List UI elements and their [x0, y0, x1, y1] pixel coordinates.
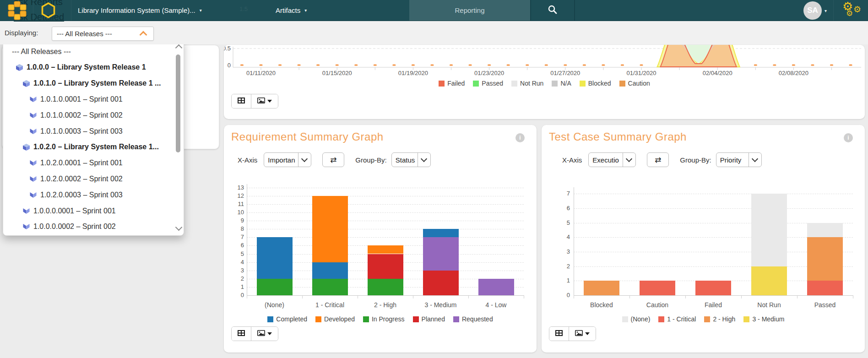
y-axis-line — [247, 184, 247, 295]
release-tree-item[interactable]: 1.0.0.0 – Library System Release 1 — [3, 60, 184, 76]
gridline — [247, 196, 524, 196]
table-view-button[interactable] — [232, 94, 251, 108]
avatar[interactable]: SA — [803, 1, 822, 20]
legend-swatch — [743, 316, 749, 322]
image-export-button[interactable] — [569, 327, 596, 341]
bar-segment — [312, 196, 348, 262]
x-axis-category-label: 2 - High — [358, 301, 413, 309]
legend-item: Planned — [413, 315, 445, 323]
release-tree-item[interactable]: 1.0.2.0.0001 – Sprint 001 — [3, 155, 184, 171]
legend-swatch — [552, 81, 558, 87]
release-tree-item[interactable]: 1.0.1.0.0001 – Sprint 001 — [3, 91, 184, 107]
legend-swatch — [619, 81, 625, 87]
legend-swatch — [658, 316, 664, 322]
release-tree-item[interactable]: 1.0.2.0 – Library System Release 1... — [3, 139, 184, 155]
legend-item: Caution — [619, 80, 650, 87]
chevron-down-icon: ▾ — [200, 8, 202, 13]
y-axis-tick-label: 7 — [553, 190, 570, 197]
release-tree-item[interactable]: 1.0.2.0.0003 – Sprint 003 — [3, 187, 184, 203]
release-tree-item[interactable]: 1.0.0.0.0002 – Sprint 002 — [3, 219, 184, 235]
legend-swatch — [363, 316, 369, 322]
test-run-area-chart: 0.5001/11/202001/15/202001/19/202001/23/… — [224, 45, 865, 101]
x-axis-tick — [685, 295, 686, 298]
y-axis-tick-label: 0 — [553, 292, 570, 298]
release-cube-icon — [16, 64, 23, 71]
release-tree-item-label: 1.0.2.0.0003 – Sprint 003 — [40, 191, 123, 199]
legend-item: 3 - Medium — [743, 315, 784, 323]
release-filter-value: --- All Releases --- — [52, 30, 141, 38]
avatar-initials: SA — [807, 6, 818, 15]
chevron-up-icon — [140, 31, 147, 38]
hexagon-program-icon[interactable] — [41, 2, 55, 20]
bar-segment — [257, 279, 293, 295]
table-icon — [238, 330, 245, 337]
legend-label: Blocked — [588, 80, 611, 87]
display-toolbar: Displaying: --- All Releases --- — [0, 21, 868, 44]
background-bleed-axis-value: 1.5 — [239, 5, 248, 12]
legend-item: 2 - High — [704, 315, 735, 323]
legend-item: Completed — [267, 315, 307, 323]
x-axis-category-label: 4 - Low — [468, 301, 524, 309]
table-view-button[interactable] — [232, 327, 251, 341]
legend-swatch — [453, 316, 459, 322]
legend-item: 1 - Critical — [658, 315, 696, 323]
release-tree-item[interactable]: 1.0.1.0 – Library System Release 1 ... — [3, 76, 184, 92]
release-filter-select[interactable]: --- All Releases --- — [52, 27, 154, 41]
artifacts-menu-label: Artifacts — [276, 6, 300, 14]
bar-segment — [257, 237, 293, 279]
y-axis-line — [574, 187, 574, 295]
x-axis-tick — [853, 295, 853, 298]
gridline — [574, 208, 853, 209]
x-axis-tick — [629, 295, 630, 298]
sprint-icon — [29, 112, 37, 119]
settings-gears-button[interactable]: ⚙ ⚙ ⚙ — [840, 0, 866, 21]
release-tree-item[interactable]: 1.0.1.0.0003 – Sprint 003 — [3, 123, 184, 139]
x-axis-tick — [247, 295, 247, 298]
search-button[interactable] — [530, 0, 575, 21]
y-axis-tick-label: 9 — [228, 217, 244, 224]
tab-reporting[interactable]: Reporting — [409, 0, 530, 21]
release-dropdown-list: --- All Releases ---1.0.0.0 – Library Sy… — [3, 39, 184, 236]
gear-icon: ⚙ — [846, 10, 853, 17]
release-tree-item[interactable]: 1.0.0.0.0001 – Sprint 001 — [3, 203, 184, 219]
bar-segment — [807, 237, 843, 281]
x-axis-tick — [302, 295, 303, 298]
release-tree-item[interactable]: 1.0.1.0.0002 – Sprint 002 — [3, 107, 184, 123]
svg-text:01/27/2020: 01/27/2020 — [550, 70, 580, 76]
image-export-button[interactable] — [251, 327, 278, 341]
bar-segment — [312, 262, 348, 279]
chevron-down-icon[interactable]: ▾ — [825, 9, 827, 13]
release-tree-item[interactable]: --- All Releases --- — [3, 43, 178, 60]
release-tree-item-label: 1.0.0.0.0001 – Sprint 001 — [33, 207, 116, 215]
project-menu[interactable]: Library Information System (Sample)... ▾ — [78, 0, 202, 21]
bar-segment — [478, 279, 514, 295]
release-tree-item-label: 1.0.1.0.0003 – Sprint 003 — [40, 127, 123, 136]
image-export-button[interactable] — [251, 94, 278, 108]
navbar-divider — [33, 0, 33, 21]
requirement-chart-legend: CompletedDevelopedIn ProgressPlannedRequ… — [224, 315, 537, 323]
bar-segment — [640, 281, 675, 295]
sprint-icon — [29, 176, 37, 182]
release-tree-item[interactable]: 1.0.2.0.0002 – Sprint 002 — [3, 171, 184, 187]
legend-swatch — [580, 81, 586, 87]
y-axis-tick-label: 3 — [228, 267, 244, 274]
y-axis-tick-label: 10 — [228, 209, 244, 216]
svg-text:0.5: 0.5 — [224, 45, 231, 52]
gridline — [247, 221, 524, 221]
x-axis-category-label: Blocked — [574, 301, 629, 309]
tab-reporting-label: Reporting — [455, 6, 484, 14]
sprint-icon — [22, 208, 30, 214]
legend-label: Developed — [324, 315, 355, 323]
legend-item: Failed — [439, 80, 465, 87]
artifacts-menu[interactable]: Artifacts ▾ — [276, 0, 307, 21]
sprint-icon — [22, 223, 30, 230]
image-icon — [257, 330, 265, 337]
x-axis-category-label: (None) — [247, 301, 302, 309]
svg-text:01/23/2020: 01/23/2020 — [474, 70, 504, 76]
spira-logo-icon[interactable] — [7, 1, 27, 22]
x-axis-tick — [797, 295, 797, 298]
displaying-label: Displaying: — [5, 21, 38, 44]
legend-swatch — [267, 316, 273, 322]
y-axis-tick-label: 5 — [553, 219, 570, 226]
table-view-button[interactable] — [549, 327, 569, 341]
